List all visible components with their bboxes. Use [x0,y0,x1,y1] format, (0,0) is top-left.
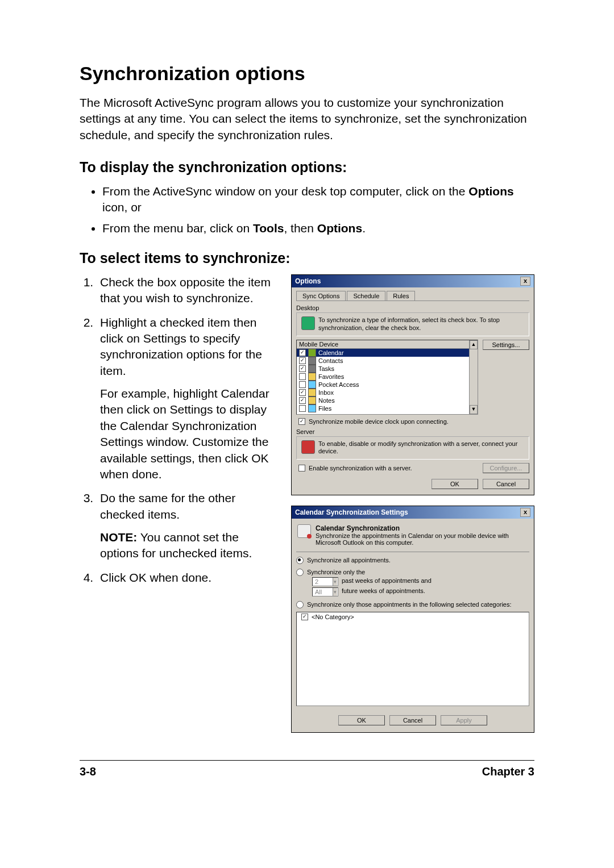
desktop-help-panel: To synchronize a type of information, se… [296,312,529,336]
radio-sync-categories[interactable]: Synchronize only those appointments in t… [296,601,529,608]
globe-icon [301,316,315,330]
sync-items-list[interactable]: Mobile Device Calendar Contacts Tasks [296,340,478,415]
radio-icon[interactable] [296,557,304,564]
notes-icon [308,397,316,404]
checkbox-icon[interactable] [299,397,306,404]
step-3-note: NOTE: You cannot set the options for unc… [100,529,279,562]
step-1: Check the box opposite the item that you… [97,274,279,307]
list-item-calendar[interactable]: Calendar [297,349,478,357]
categories-list[interactable]: <No Category> [296,612,529,706]
close-icon[interactable]: x [520,277,530,286]
desktop-label: Desktop [296,304,529,311]
options-tabs: Sync Options Schedule Rules [296,291,529,301]
checkbox-icon[interactable] [298,465,305,471]
cancel-button[interactable]: Cancel [389,715,436,725]
list-item-files[interactable]: Files [297,404,478,412]
checkbox-icon[interactable] [299,389,306,396]
page-title: Synchronization options [80,62,534,85]
page-footer: 3-8 Chapter 3 [80,760,534,778]
checkbox-icon[interactable] [298,418,305,425]
calendar-titlebar[interactable]: Calendar Synchronization Settings x [292,506,534,519]
list-item-inbox[interactable]: Inbox [297,389,478,397]
past-weeks-select: 2 [312,577,338,586]
intro-paragraph: The Microsoft ActiveSync program allows … [80,95,534,143]
apply-button: Apply [441,715,487,725]
checkbox-icon[interactable] [299,405,306,412]
settings-button[interactable]: Settings... [483,340,529,350]
calendar-desc-text: Synchronize the appointments in Calendar… [316,532,528,546]
checkbox-icon[interactable] [301,614,308,620]
radio-sync-range[interactable]: Synchronize only the [296,569,529,576]
tab-sync-options[interactable]: Sync Options [296,291,346,301]
scroll-up-icon[interactable]: ▲ [470,340,478,349]
calendar-icon [297,524,311,538]
favorites-icon [308,373,316,381]
step-2: Highlight a checked item then click on S… [97,315,279,482]
server-help-panel: To enable, disable or modify synchroniza… [296,436,529,460]
list-header: Mobile Device [297,340,478,349]
step-3: Do the same for the other checked items.… [97,490,279,561]
footer-page-number: 3-8 [80,765,96,778]
radio-icon[interactable] [296,601,304,608]
calendar-description: Calendar Synchronization Synchronize the… [296,522,529,552]
checkbox-icon[interactable] [299,373,306,380]
pocket-access-icon [308,381,316,389]
ok-button[interactable]: OK [432,479,478,489]
checkbox-icon[interactable] [299,357,306,364]
heading-select-items: To select items to synchronize: [80,250,534,266]
list-item-pocket-access[interactable]: Pocket Access [297,381,478,389]
calendar-icon [308,349,316,357]
configure-button: Configure... [483,463,529,473]
radio-sync-all[interactable]: Synchronize all appointments. [296,557,529,564]
enable-server-checkbox[interactable]: Enable synchronization with a server. Co… [296,463,529,473]
bullet-1: From the ActiveSync window on your desk … [102,183,534,216]
calendar-settings-dialog: Calendar Synchronization Settings x Cale… [291,506,534,733]
tasks-icon [308,365,316,373]
calendar-desc-heading: Calendar Synchronization [316,524,528,532]
tab-schedule[interactable]: Schedule [347,291,385,301]
radio-icon[interactable] [296,569,304,576]
calendar-title: Calendar Synchronization Settings [295,508,408,516]
files-icon [308,404,316,412]
server-label: Server [296,428,529,435]
checkbox-icon[interactable] [299,349,306,356]
server-help-text: To enable, disable or modify synchroniza… [318,440,524,456]
checkbox-icon[interactable] [299,381,306,388]
list-item-notes[interactable]: Notes [297,397,478,404]
bullet-2: From the menu bar, click on Tools, then … [102,220,534,236]
cancel-button[interactable]: Cancel [483,479,529,489]
close-icon[interactable]: x [520,508,530,517]
scroll-down-icon[interactable]: ▼ [470,405,478,414]
step-2-example: For example, highlight Calendar then cli… [100,386,279,482]
ok-button[interactable]: OK [338,715,385,725]
steps-list: Check the box opposite the item that you… [80,274,279,586]
scrollbar[interactable]: ▲ ▼ [469,340,478,414]
options-titlebar[interactable]: Options x [292,275,534,287]
contacts-icon [308,357,316,365]
server-icon [301,440,315,454]
options-dialog: Options x Sync Options Schedule Rules De… [291,274,534,495]
inbox-icon [308,389,316,397]
tab-rules[interactable]: Rules [387,291,415,301]
options-title: Options [295,277,321,285]
display-options-list: From the ActiveSync window on your desk … [80,183,534,236]
sync-clock-checkbox[interactable]: Synchronize mobile device clock upon con… [296,418,529,425]
list-item-contacts[interactable]: Contacts [297,357,478,365]
future-weeks-select: All [312,587,338,596]
footer-chapter: Chapter 3 [482,765,534,778]
checkbox-icon[interactable] [299,365,306,372]
list-item-tasks[interactable]: Tasks [297,365,478,373]
heading-display-options: To display the synchronization options: [80,159,534,176]
list-item-favorites[interactable]: Favorites [297,373,478,381]
desktop-help-text: To synchronize a type of information, se… [318,316,524,332]
step-4: Click OK when done. [97,570,279,586]
